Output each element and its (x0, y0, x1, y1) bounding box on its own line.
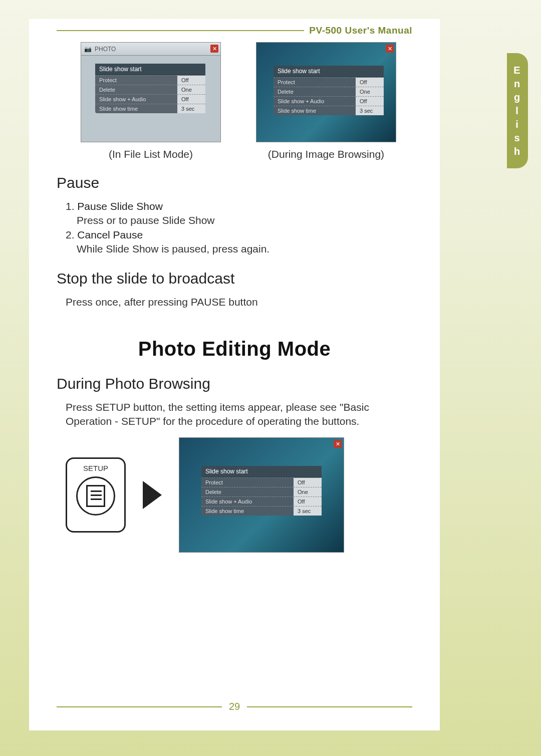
setup-button-diagram: SETUP (66, 457, 126, 533)
heading-during-browsing: During Photo Browsing (57, 375, 412, 392)
language-tab: E n g l i s h (507, 53, 528, 168)
screenshot-file-list: 📷PHOTO ✕ Slide show start ProtectOff Del… (81, 42, 221, 142)
pause-list: 1. Pause Slide Show Press or to pause Sl… (66, 199, 412, 256)
manual-title: PV-500 User's Manual (304, 25, 412, 36)
menu-table: ProtectOff DeleteOne Slide show + AudioO… (274, 77, 384, 115)
page-content: PV-500 User's Manual 📷PHOTO ✕ Slide show… (29, 19, 440, 730)
caption-right: (During Image Browsing) (268, 148, 384, 160)
menu-header: Slide show start (201, 466, 322, 477)
screenshot-setup-result: ✕ Slide show start ProtectOff DeleteOne … (179, 437, 344, 553)
menu-header: Slide show start (274, 66, 384, 77)
photo-editing-text: Press SETUP button, the setting items ap… (66, 400, 412, 429)
page-footer: 29 (29, 701, 440, 712)
window-title: PHOTO (95, 46, 116, 53)
camera-icon: 📷 (84, 46, 92, 53)
menu-table: ProtectOff DeleteOne Slide show + AudioO… (201, 477, 322, 516)
stop-text: Press once, after pressing PAUSE button (66, 295, 412, 309)
setup-label: SETUP (83, 464, 108, 472)
menu-header: Slide show start (95, 64, 205, 75)
heading-stop: Stop the slide to broadcast (57, 270, 412, 287)
menu-table: ProtectOff DeleteOne Slide show + AudioO… (95, 75, 205, 113)
header-rule: PV-500 User's Manual (57, 30, 412, 31)
close-icon: ✕ (386, 45, 394, 53)
arrow-right-icon (143, 481, 162, 509)
heading-pause: Pause (57, 174, 412, 191)
document-icon (86, 485, 105, 507)
caption-left: (In File List Mode) (109, 148, 193, 160)
close-icon: ✕ (210, 45, 218, 53)
screenshot-browsing: ✕ Slide show start ProtectOff DeleteOne … (256, 42, 396, 142)
close-icon: ✕ (334, 440, 342, 448)
page-number: 29 (222, 701, 247, 712)
heading-photo-editing: Photo Editing Mode (57, 338, 412, 360)
setup-circle-icon (76, 476, 115, 516)
